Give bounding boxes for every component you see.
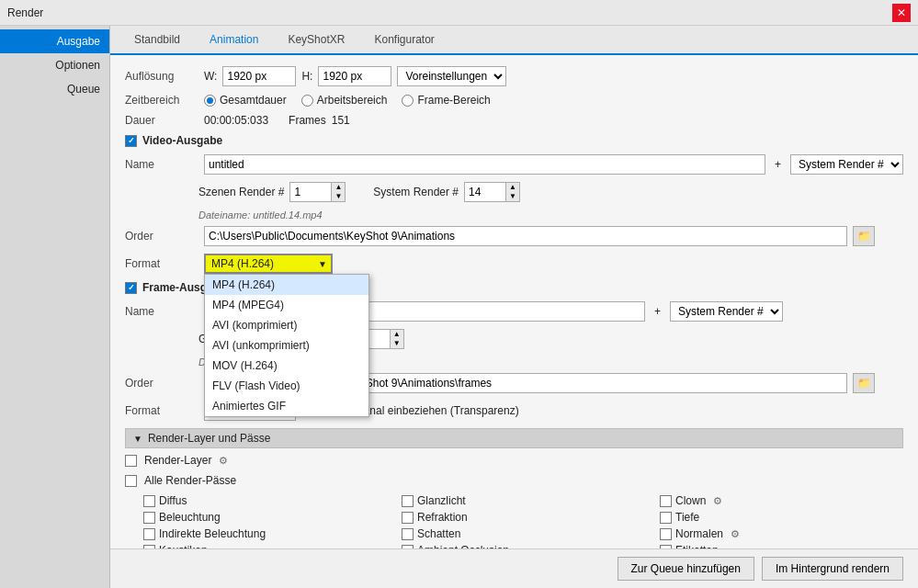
dauer-value: 00:00:05:033 [204, 114, 268, 127]
preset-select[interactable]: Voreinstellungen [397, 66, 506, 86]
pass-ambient-label: Ambient Occlusion [417, 544, 509, 548]
pass-tiefe-checkbox[interactable] [660, 512, 672, 524]
szenen-render-up[interactable]: ▲ [332, 183, 345, 192]
pass-diffus-label: Diffus [159, 494, 187, 507]
video-format-row: Format MP4 (H.264) ▼ MP4 (H.264) MP4 (MP… [125, 254, 903, 274]
pass-kaustiken-checkbox[interactable] [143, 545, 155, 549]
system-render-down[interactable]: ▼ [506, 192, 519, 201]
format-option-mp4-mpeg4[interactable]: MP4 (MPEG4) [205, 295, 368, 315]
video-order-row: Order 📁 [125, 226, 903, 246]
frame-folder-button[interactable]: 📁 [853, 373, 875, 393]
content-area: Standbild Animation KeyShotXR Konfigurat… [110, 26, 918, 588]
video-plus-sign: + [771, 158, 785, 171]
pass-beleuchtung: Beleuchtung [143, 511, 387, 524]
pass-normalen-gear-icon[interactable]: ⚙ [731, 528, 740, 540]
pass-glanzlicht-checkbox[interactable] [402, 495, 414, 507]
frame-name-label: Name [125, 305, 198, 318]
pass-glanzlicht-label: Glanzlicht [417, 494, 466, 507]
radio-gesamtdauer[interactable]: Gesamtdauer [204, 94, 287, 107]
radio-gesamtdauer-circle [204, 95, 216, 107]
width-input[interactable] [222, 66, 296, 86]
pass-clown-checkbox[interactable] [660, 495, 672, 507]
radio-arbeitsbereich-circle [301, 95, 313, 107]
frame-ausgabe-checkbox[interactable] [125, 282, 137, 294]
render-layer-gear-icon[interactable]: ⚙ [219, 455, 228, 467]
pass-refraktion-checkbox[interactable] [402, 512, 414, 524]
title-bar: Render ✕ [0, 0, 918, 26]
queue-button[interactable]: Zur Queue hinzufügen [618, 557, 754, 581]
video-ausgabe-checkbox[interactable] [125, 135, 137, 147]
sidebar-item-ausgabe[interactable]: Ausgabe [0, 29, 109, 53]
video-dateiname: Dateiname: untitled.14.mp4 [198, 209, 903, 220]
tab-keyshotxr[interactable]: KeyShotXR [273, 26, 359, 55]
pass-clown-gear-icon[interactable]: ⚙ [713, 495, 722, 507]
pass-etiketten-checkbox[interactable] [660, 545, 672, 549]
sidebar-item-optionen[interactable]: Optionen [0, 53, 109, 77]
format-option-mp4-h264[interactable]: MP4 (H.264) [205, 275, 368, 295]
frame-format-label: Format [125, 404, 198, 417]
system-render-up[interactable]: ▲ [506, 183, 519, 192]
format-option-gif[interactable]: Animiertes GIF [205, 396, 368, 416]
height-input[interactable] [318, 66, 391, 86]
render-layer-section-label: Render-Layer und Pässe [148, 432, 270, 445]
sidebar-item-queue[interactable]: Queue [0, 77, 109, 101]
alle-render-row: Alle Render-Pässe [125, 474, 903, 487]
pass-indirekte-checkbox[interactable] [143, 528, 155, 540]
frame-system-render-select[interactable]: System Render # [670, 301, 783, 322]
frame-system-render-up[interactable]: ▲ [391, 330, 403, 339]
pass-kaustiken: Kaustiken [143, 544, 387, 548]
format-option-flv[interactable]: FLV (Flash Video) [205, 376, 368, 396]
render-layer-checkbox[interactable] [125, 455, 137, 467]
szenen-render-label: Szenen Render # [198, 186, 284, 198]
format-option-mov[interactable]: MOV (H.264) [205, 356, 368, 376]
video-order-input[interactable] [204, 226, 847, 246]
dauer-row: Dauer 00:00:05:033 Frames 151 [125, 114, 903, 127]
szenen-render-down[interactable]: ▼ [332, 192, 345, 201]
render-layer-divider[interactable]: ▼ Render-Layer und Pässe [125, 428, 903, 448]
pass-normalen-checkbox[interactable] [660, 528, 672, 540]
render-layer-label: Render-Layer [144, 454, 211, 467]
pass-diffus-checkbox[interactable] [143, 495, 155, 507]
pass-etiketten-label: Etiketten [675, 544, 719, 548]
video-system-render-select[interactable]: System Render # [790, 154, 903, 175]
zeitbereich-radio-group: Gesamtdauer Arbeitsbereich Frame-Bereich [204, 94, 491, 107]
format-dropdown-container: MP4 (H.264) ▼ MP4 (H.264) MP4 (MPEG4) AV… [204, 254, 333, 274]
szenen-render-input-group: ▲ ▼ [289, 182, 346, 202]
pass-schatten-label: Schatten [417, 527, 460, 540]
pass-schatten: Schatten [402, 527, 645, 540]
radio-frame-bereich[interactable]: Frame-Bereich [402, 94, 490, 107]
format-dropdown-trigger[interactable]: MP4 (H.264) ▼ [204, 254, 333, 274]
pass-beleuchtung-label: Beleuchtung [159, 511, 221, 524]
pass-beleuchtung-checkbox[interactable] [143, 512, 155, 524]
tab-standbild[interactable]: Standbild [119, 26, 195, 55]
pass-ambient: Ambient Occlusion [402, 544, 645, 548]
pass-clown: Clown ⚙ [660, 494, 903, 507]
pass-schatten-checkbox[interactable] [402, 528, 414, 540]
pass-clown-label: Clown [675, 494, 706, 507]
frame-system-render-down[interactable]: ▼ [391, 339, 403, 348]
radio-frame-bereich-circle [402, 95, 414, 107]
szenen-render-input[interactable] [289, 182, 331, 202]
frame-order-label: Order [125, 377, 198, 390]
format-dropdown-arrow: ▼ [318, 259, 327, 269]
alle-render-checkbox[interactable] [125, 475, 137, 487]
bottom-bar: Zur Queue hinzufügen Im Hintergrund rend… [110, 548, 918, 588]
tab-konfigurator[interactable]: Konfigurator [359, 26, 448, 55]
close-button[interactable]: ✕ [892, 4, 911, 22]
tab-animation[interactable]: Animation [195, 26, 273, 55]
video-folder-button[interactable]: 📁 [853, 226, 875, 246]
system-render-input[interactable] [464, 182, 505, 202]
format-dropdown-list: MP4 (H.264) MP4 (MPEG4) AVI (komprimiert… [204, 274, 369, 417]
tab-bar: Standbild Animation KeyShotXR Konfigurat… [110, 26, 918, 55]
radio-arbeitsbereich[interactable]: Arbeitsbereich [301, 94, 388, 107]
pass-kaustiken-label: Kaustiken [159, 544, 208, 548]
format-option-avi-unkomp[interactable]: AVI (unkomprimiert) [205, 335, 368, 356]
zeitbereich-row: Zeitbereich Gesamtdauer Arbeitsbereich F… [125, 94, 903, 107]
render-button[interactable]: Im Hintergrund rendern [762, 557, 903, 581]
pass-ambient-checkbox[interactable] [402, 545, 414, 549]
dauer-label: Dauer [125, 114, 198, 127]
w-label: W: [204, 70, 217, 83]
pass-normalen-label: Normalen [675, 527, 723, 540]
format-option-avi-komp[interactable]: AVI (komprimiert) [205, 315, 368, 335]
video-name-input[interactable] [204, 154, 765, 175]
